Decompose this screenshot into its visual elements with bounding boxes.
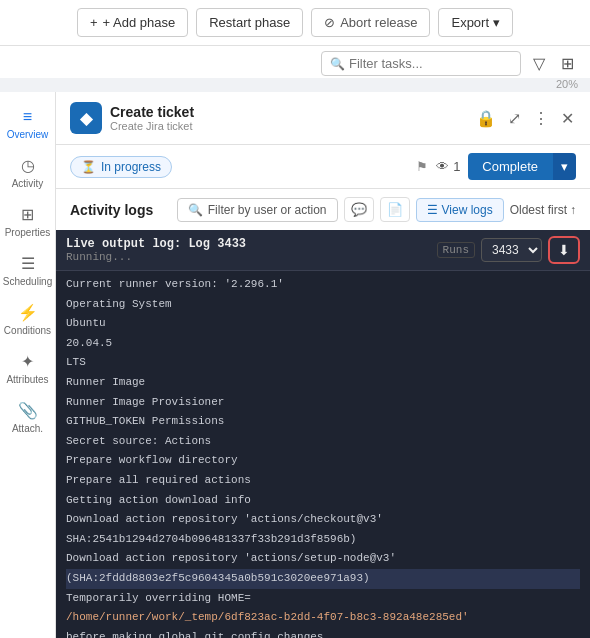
sort-up-icon: ↑ bbox=[570, 203, 576, 217]
list-icon: ☰ bbox=[427, 203, 438, 217]
chevron-down-icon: ▾ bbox=[493, 15, 500, 30]
log-line: Download action repository 'actions/chec… bbox=[66, 510, 580, 530]
view-logs-button[interactable]: ☰ View logs bbox=[416, 198, 504, 222]
properties-icon: ⊞ bbox=[21, 205, 34, 224]
complete-dropdown-button[interactable]: ▾ bbox=[552, 153, 576, 180]
search-icon: 🔍 bbox=[330, 57, 345, 71]
more-options-button[interactable]: ⋮ bbox=[531, 107, 551, 130]
complete-btn-wrap: Complete ▾ bbox=[468, 153, 576, 180]
export-button[interactable]: Export ▾ bbox=[438, 8, 513, 37]
log-title-wrap: Live output log: Log 3433 Running... bbox=[66, 237, 246, 263]
eye-count: 1 bbox=[453, 159, 460, 174]
log-line: GITHUB_TOKEN Permissions bbox=[66, 412, 580, 432]
log-line: /home/runner/work/_temp/6df823ac-b2dd-4f… bbox=[66, 608, 580, 628]
sidebar-item-scheduling-label: Scheduling bbox=[3, 276, 52, 287]
filter-actions: 🔍 Filter by user or action 💬 📄 ☰ View lo… bbox=[177, 197, 576, 222]
overview-icon: ≡ bbox=[23, 108, 32, 126]
attach-icon: 📎 bbox=[18, 401, 38, 420]
log-line: Prepare workflow directory bbox=[66, 451, 580, 471]
complete-label: Complete bbox=[482, 159, 538, 174]
expand-icon: ⤢ bbox=[508, 110, 521, 127]
abort-icon: ⊘ bbox=[324, 15, 335, 30]
log-line: Runner Image bbox=[66, 373, 580, 393]
status-actions: ⚑ 👁 1 Complete ▾ bbox=[416, 153, 576, 180]
sidebar-item-properties-label: Properties bbox=[5, 227, 51, 238]
log-line: Getting action download info bbox=[66, 491, 580, 511]
runs-select[interactable]: 3433 bbox=[481, 238, 542, 262]
eye-wrap: 👁 1 bbox=[436, 159, 460, 174]
log-line: LTS bbox=[66, 353, 580, 373]
sidebar-item-properties[interactable]: ⊞ Properties bbox=[0, 197, 55, 246]
sidebar-item-overview[interactable]: ≡ Overview bbox=[0, 100, 55, 148]
lock-button[interactable]: 🔒 bbox=[474, 107, 498, 130]
close-panel-button[interactable]: ✕ bbox=[559, 107, 576, 130]
logs-header: Activity logs 🔍 Filter by user or action… bbox=[56, 189, 590, 230]
sidebar-item-activity[interactable]: ◷ Activity bbox=[0, 148, 55, 197]
top-toolbar: + + Add phase Restart phase ⊘ Abort rele… bbox=[0, 0, 590, 46]
log-line: Operating System bbox=[66, 295, 580, 315]
log-output[interactable]: Live output log: Log 3433 Running... Run… bbox=[56, 230, 590, 638]
search-icon-small: 🔍 bbox=[188, 203, 203, 217]
sidebar-item-scheduling[interactable]: ☰ Scheduling bbox=[0, 246, 55, 295]
scheduling-icon: ☰ bbox=[21, 254, 35, 273]
complete-button[interactable]: Complete bbox=[468, 153, 552, 180]
content-panel: ◆ Create ticket Create Jira ticket 🔒 ⤢ ⋮… bbox=[56, 92, 590, 638]
chat-icon-button[interactable]: 💬 bbox=[344, 197, 374, 222]
expand-button[interactable]: ⤢ bbox=[506, 107, 523, 130]
plus-icon: + bbox=[90, 15, 98, 30]
sidebar-item-attributes-label: Attributes bbox=[6, 374, 48, 385]
sidebar-item-overview-label: Overview bbox=[7, 129, 49, 140]
sidebar-item-activity-label: Activity bbox=[12, 178, 44, 189]
in-progress-label: In progress bbox=[101, 160, 161, 174]
sidebar-item-conditions-label: Conditions bbox=[4, 325, 51, 336]
chevron-down-icon: ▾ bbox=[561, 159, 568, 174]
in-progress-badge[interactable]: ⏳ In progress bbox=[70, 156, 172, 178]
clock-icon: ⏳ bbox=[81, 160, 96, 174]
log-line: (SHA:2fddd8803e2f5c9604345a0b591c3020ee9… bbox=[66, 569, 580, 589]
panel-title-wrap: Create ticket Create Jira ticket bbox=[110, 104, 466, 132]
sidebar-item-attachments[interactable]: 📎 Attach. bbox=[0, 393, 55, 442]
download-log-button[interactable]: ⬇ bbox=[548, 236, 580, 264]
panel-title: Create ticket bbox=[110, 104, 466, 120]
log-line: Secret source: Actions bbox=[66, 432, 580, 452]
add-phase-button[interactable]: + + Add phase bbox=[77, 8, 188, 37]
log-line: SHA:2541b1294d2704b096481337f33b291d3f85… bbox=[66, 530, 580, 550]
filter-by-user-button[interactable]: 🔍 Filter by user or action bbox=[177, 198, 338, 222]
activity-logs-title: Activity logs bbox=[70, 202, 153, 218]
filter-by-label: Filter by user or action bbox=[208, 203, 327, 217]
abort-release-label: Abort release bbox=[340, 15, 417, 30]
jira-logo-icon: ◆ bbox=[80, 109, 92, 128]
restart-phase-button[interactable]: Restart phase bbox=[196, 8, 303, 37]
log-line: Ubuntu bbox=[66, 314, 580, 334]
runs-selector: Runs 3433 ⬇ bbox=[437, 236, 580, 264]
view-logs-label: View logs bbox=[442, 203, 493, 217]
sidebar-item-attach-label: Attach. bbox=[12, 423, 43, 434]
panel-header: ◆ Create ticket Create Jira ticket 🔒 ⤢ ⋮… bbox=[56, 92, 590, 145]
sidebar: ≡ Overview ◷ Activity ⊞ Properties ☰ Sch… bbox=[0, 92, 56, 638]
conditions-icon: ⚡ bbox=[18, 303, 38, 322]
columns-icon-button[interactable]: ⊞ bbox=[557, 52, 578, 75]
main-layout: ≡ Overview ◷ Activity ⊞ Properties ☰ Sch… bbox=[0, 92, 590, 638]
funnel-icon: ▽ bbox=[533, 55, 545, 72]
search-input[interactable] bbox=[349, 56, 512, 71]
chat-icon: 💬 bbox=[351, 202, 367, 217]
columns-icon: ⊞ bbox=[561, 55, 574, 72]
sidebar-item-conditions[interactable]: ⚡ Conditions bbox=[0, 295, 55, 344]
close-icon: ✕ bbox=[561, 110, 574, 127]
activity-icon: ◷ bbox=[21, 156, 35, 175]
oldest-first-sort[interactable]: Oldest first ↑ bbox=[510, 203, 576, 217]
sidebar-item-attributes[interactable]: ✦ Attributes bbox=[0, 344, 55, 393]
abort-release-button[interactable]: ⊘ Abort release bbox=[311, 8, 430, 37]
flag-icon[interactable]: ⚑ bbox=[416, 159, 428, 174]
search-bar-row: 🔍 ▽ ⊞ 20% bbox=[0, 46, 590, 92]
filter-icon-button[interactable]: ▽ bbox=[529, 52, 549, 75]
doc-icon-button[interactable]: 📄 bbox=[380, 197, 410, 222]
log-output-title: Live output log: Log 3433 bbox=[66, 237, 246, 251]
log-line: 20.04.5 bbox=[66, 334, 580, 354]
status-bar: ⏳ In progress ⚑ 👁 1 Complete ▾ bbox=[56, 145, 590, 189]
log-output-subtitle: Running... bbox=[66, 251, 132, 263]
runs-label: Runs bbox=[437, 242, 475, 258]
log-line: Prepare all required actions bbox=[66, 471, 580, 491]
search-input-wrap: 🔍 bbox=[321, 51, 521, 76]
zoom-level: 20% bbox=[0, 78, 590, 92]
